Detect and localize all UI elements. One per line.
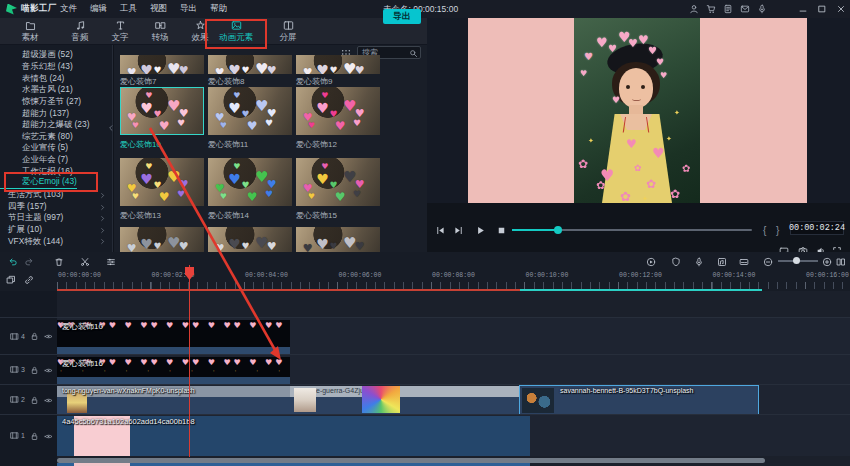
redo-icon[interactable]: [24, 256, 34, 267]
tab-素材[interactable]: 素材: [8, 20, 52, 44]
sidebar-item-生活方式[interactable]: 生活方式 (103): [0, 189, 113, 201]
play-circle-icon: [646, 257, 656, 267]
sidebar-item-超能力[interactable]: 超能力 (137): [0, 107, 113, 119]
scissors-icon[interactable]: [80, 256, 90, 267]
sidebar-item-音乐幻想[interactable]: 音乐幻想 (43): [0, 61, 113, 73]
sidebar-item-工作汇报[interactable]: 工作汇报 (16): [0, 166, 113, 178]
sticker-label[interactable]: 爱心装饰13: [120, 210, 161, 221]
seek-knob[interactable]: [554, 226, 562, 234]
minimize-icon[interactable]: [798, 3, 808, 14]
subtitle-icon[interactable]: [739, 256, 749, 267]
sticker-label[interactable]: 爱心装饰10: [120, 139, 161, 150]
menu-6[interactable]: 帮助: [210, 3, 227, 15]
play-icon[interactable]: [475, 225, 486, 236]
timeline-ruler[interactable]: 00:00:00:0000:00:02:0000:00:04:0000:00:0…: [0, 270, 850, 290]
stop-icon[interactable]: [496, 225, 507, 236]
close-icon[interactable]: [836, 3, 846, 14]
link-icon[interactable]: [24, 274, 34, 285]
timeline-zoom-slider[interactable]: [778, 260, 818, 262]
eye-icon[interactable]: [44, 394, 53, 404]
eye-icon[interactable]: [44, 430, 53, 440]
clip-4a45c5b6731a102a602add14ca00b1b8[interactable]: 4a45c5b6731a102a602add14ca00b1b8: [57, 416, 530, 456]
preview-seek-slider[interactable]: [512, 229, 752, 231]
sticker-label[interactable]: 爱心装饰8: [208, 76, 244, 87]
lock-icon[interactable]: [30, 430, 39, 440]
menu-1[interactable]: 文件: [60, 3, 77, 15]
sticker-thumb-row4-2[interactable]: ♥♥♥♥♥: [208, 227, 292, 252]
mail-icon[interactable]: [740, 3, 750, 14]
eye-icon[interactable]: [44, 364, 53, 374]
sidebar-item-惊悚万圣节[interactable]: 惊悚万圣节 (27): [0, 96, 113, 108]
lock-icon[interactable]: [30, 331, 39, 341]
menu-3[interactable]: 工具: [120, 3, 137, 15]
menu-4[interactable]: 视图: [150, 3, 167, 15]
trash-icon[interactable]: [54, 256, 64, 267]
copy-icon[interactable]: [6, 274, 16, 285]
export-button[interactable]: 导出: [383, 9, 421, 24]
sidebar-item-表情包[interactable]: 表情包 (24): [0, 72, 113, 84]
next-frame-icon[interactable]: [453, 225, 464, 236]
clip-爱心装饰10[interactable]: ♥♥ ♥ ♥♥ ♥ ♥♥ ♥ ♥♥ ♥ ♥♥ ♥ ♥♥ ♥ ♥♥爱心装饰10: [57, 320, 290, 354]
undo-icon[interactable]: [8, 256, 18, 267]
sticker-thumb-爱心装饰10[interactable]: ♥♥♥♥♥♥♥♥♥: [120, 87, 204, 135]
mic-icon[interactable]: [694, 256, 704, 267]
sticker-thumb-爱心装饰12[interactable]: ♥♥♥♥♥♥♥♥♥: [296, 87, 380, 135]
tab-音频[interactable]: 音频: [58, 20, 102, 44]
shield-icon[interactable]: [671, 256, 681, 267]
tab-动画元素[interactable]: 动画元素: [208, 20, 264, 44]
tab-转场[interactable]: 转场: [138, 20, 182, 44]
clip-tong-nguyen-van-wXnaknFMpK0-unsplash[interactable]: tong-nguyen-van-wXnaknFMpK0-unsplash: [57, 386, 290, 414]
mark-out-bracket[interactable]: }: [776, 225, 779, 236]
sidebar-item-水墨古风[interactable]: 水墨古风 (21): [0, 84, 113, 96]
sidebar-item-超能力之爆破[interactable]: 超能力之爆破 (23): [0, 119, 113, 131]
sidebar-item-企业宣传[interactable]: 企业宣传 (5): [0, 142, 113, 154]
lock-icon[interactable]: [30, 364, 39, 374]
sidebar-item-VFX特效[interactable]: VFX特效 (144): [0, 235, 113, 247]
sidebar-item-扩展[interactable]: 扩展 (10): [0, 224, 113, 236]
sidebar-item-企业年会[interactable]: 企业年会 (7): [0, 154, 113, 166]
clip-爱心装饰16[interactable]: ♥♥ ♥ ♥♥ ♥ ♥♥ ♥ ♥♥ ♥ ♥♥ ♥ ♥♥ ♥ ♥♥· · · · …: [57, 357, 290, 384]
mic-icon[interactable]: [757, 3, 767, 14]
eye-icon[interactable]: [44, 331, 53, 341]
sticker-label[interactable]: 爱心装饰9: [296, 76, 332, 87]
sticker-label[interactable]: 爱心装饰15: [296, 210, 337, 221]
sticker-label[interactable]: 爱心装饰11: [208, 139, 248, 150]
sticker-label[interactable]: 爱心装饰14: [208, 210, 249, 221]
sticker-label[interactable]: 爱心装饰12: [296, 139, 337, 150]
playhead-line[interactable]: [189, 265, 190, 457]
mark-in-bracket[interactable]: {: [763, 225, 766, 236]
tab-分屏[interactable]: 分屏: [266, 20, 310, 44]
sticker-thumb-爱心装饰11[interactable]: ♥♥♥♥♥♥♥♥♥: [208, 87, 292, 135]
menu-5[interactable]: 导出: [180, 3, 197, 15]
sidebar-item-综艺元素[interactable]: 综艺元素 (80): [0, 131, 113, 143]
sticker-thumb-爱心装饰13[interactable]: ♥♥♥♥♥♥♥♥♥: [120, 158, 204, 206]
sticker-thumb-爱心装饰15[interactable]: ♥♥♥♥♥♥♥♥♥: [296, 158, 380, 206]
sidebar-item-节日主题[interactable]: 节日主题 (997): [0, 212, 113, 224]
cart-icon[interactable]: [706, 3, 716, 14]
clip-e-guerra-G4Zjux-unsplash[interactable]: e-guerra-G4Zjux-unsplash: [290, 386, 520, 414]
panel-icon[interactable]: [836, 256, 846, 267]
sidebar-item-四季[interactable]: 四季 (157): [0, 200, 113, 212]
sidebar-item-超级漫画[interactable]: 超级漫画 (52): [0, 49, 113, 61]
sticker-thumb-爱心装饰7[interactable]: ♥♥♥♥♥: [120, 55, 204, 74]
sticker-thumb-row4-1[interactable]: ♥♥♥♥♥: [120, 227, 204, 252]
sticker-thumb-爱心装饰14[interactable]: ♥♥♥♥♥♥♥♥♥: [208, 158, 292, 206]
zoom-out-icon[interactable]: [763, 256, 773, 267]
tab-文字[interactable]: 文字: [98, 20, 142, 44]
sticker-thumb-爱心装饰9[interactable]: ♥♥♥♥♥: [296, 55, 380, 74]
sliders-icon[interactable]: [106, 256, 116, 267]
prev-frame-icon[interactable]: [435, 225, 446, 236]
lock-icon[interactable]: [30, 394, 39, 404]
sticker-label[interactable]: 爱心装饰7: [120, 76, 156, 87]
sidebar-item-爱心Emoji[interactable]: 爱心Emoji (43): [0, 177, 113, 189]
menu-2[interactable]: 编辑: [90, 3, 107, 15]
maximize-icon[interactable]: [817, 3, 827, 14]
user-icon[interactable]: [689, 3, 699, 14]
mixer-icon[interactable]: [717, 256, 727, 267]
sticker-thumb-row4-3[interactable]: ♥♥♥♥♥: [296, 227, 380, 252]
play-circle-icon[interactable]: [646, 256, 656, 267]
notes-icon[interactable]: [723, 3, 733, 14]
sticker-thumb-爱心装饰8[interactable]: ♥♥♥♥♥: [208, 55, 292, 74]
zoom-in-icon[interactable]: [822, 256, 832, 267]
clip-savannah-bennett-B-95kD3T7bQ-unsplash[interactable]: savannah-bennett-B-95kD3T7bQ-unsplash: [520, 386, 758, 414]
